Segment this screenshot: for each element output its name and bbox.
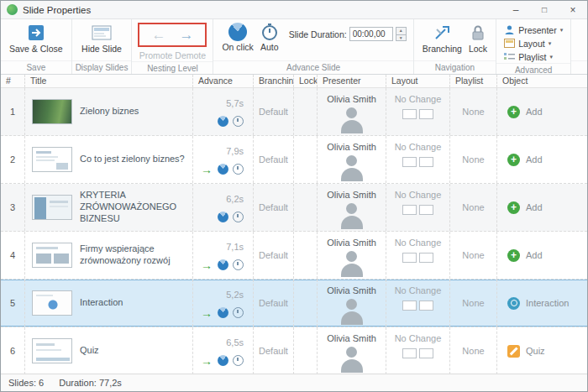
auto-timer-icon — [233, 116, 244, 127]
title-cell[interactable]: Co to jest zielony biznes? — [24, 136, 192, 183]
playlist-cell[interactable]: None — [449, 184, 496, 231]
ribbon-group-display-slides: Hide Slide Display Slides — [72, 19, 133, 74]
table-row[interactable]: 6 Quiz 6,5s → Default Olivia Smith No Ch… — [1, 327, 587, 374]
playlist-cell[interactable]: None — [449, 136, 496, 183]
table-row[interactable]: 1 Zielony biznes 5,7s → Default Olivia S… — [1, 88, 587, 136]
playlist-cell[interactable]: None — [449, 88, 496, 135]
object-cell[interactable]: Quiz — [496, 327, 587, 374]
advance-cell[interactable]: 6,5s → — [192, 327, 253, 374]
lock-cell[interactable] — [293, 232, 317, 279]
minimize-button[interactable]: – — [501, 1, 530, 18]
hide-slide-label: Hide Slide — [81, 44, 122, 55]
playlist-icon — [504, 52, 515, 61]
presenter-cell[interactable]: Olivia Smith — [317, 184, 386, 231]
avatar — [339, 154, 365, 182]
presenter-cell[interactable]: Olivia Smith — [317, 280, 386, 327]
auto-label: Auto — [260, 43, 279, 53]
presenter-cell[interactable]: Olivia Smith — [317, 136, 386, 183]
promote-icon[interactable]: ← — [151, 28, 165, 42]
playlist-cell[interactable]: None — [449, 232, 496, 279]
object-cell[interactable]: Interaction — [496, 280, 587, 327]
on-click-icon — [218, 212, 228, 222]
lock-cell[interactable] — [293, 88, 317, 135]
presenter-cell[interactable]: Olivia Smith — [317, 232, 386, 279]
table-row[interactable]: 2 Co to jest zielony biznes? 7,9s → Defa… — [1, 136, 587, 184]
layout-cell[interactable]: No Change — [386, 280, 449, 327]
advance-cell[interactable]: 5,2s → — [192, 280, 253, 327]
slide-thumbnail — [32, 99, 72, 124]
presenter-cell[interactable]: Olivia Smith — [317, 88, 386, 135]
playlist-cell[interactable]: None — [449, 327, 496, 374]
chevron-down-icon: ▾ — [560, 27, 564, 34]
branching-cell[interactable]: Default — [253, 184, 293, 231]
playlist-dropdown[interactable]: Playlist ▾ — [501, 50, 565, 63]
column-header-object: Object — [496, 75, 587, 87]
lock-button[interactable]: Lock — [465, 22, 491, 55]
object-cell[interactable]: Add — [496, 136, 587, 183]
object-cell[interactable]: Add — [496, 232, 587, 279]
close-button[interactable]: × — [559, 1, 587, 18]
layout-thumbnails-icon — [402, 253, 433, 263]
advance-cell[interactable]: 7,9s → — [192, 136, 253, 183]
layout-cell[interactable]: No Change — [386, 327, 449, 374]
annotation-highlight: ← → — [139, 24, 205, 45]
title-cell[interactable]: Zielony biznes — [24, 88, 192, 135]
slide-duration-input[interactable] — [349, 27, 393, 41]
spinner-down-icon[interactable]: ▼ — [396, 34, 407, 42]
layout-cell[interactable]: No Change — [386, 184, 449, 231]
layout-value: No Change — [395, 142, 442, 152]
branching-cell[interactable]: Default — [253, 136, 293, 183]
table-row[interactable]: 3 KRYTERIA ZRÓWNOWAŻONEGO BIZNESU 6,2s →… — [1, 184, 587, 232]
column-header-lock: Lock — [293, 75, 317, 87]
demote-icon[interactable]: → — [179, 28, 193, 42]
advance-cell[interactable]: 7,1s → — [192, 232, 253, 279]
slide-title: Quiz — [80, 345, 104, 357]
table-row[interactable]: 5 Interaction 5,2s → Default Olivia Smit… — [1, 280, 587, 327]
table-row[interactable]: 4 Firmy wspierające zrównoważony rozwój … — [1, 232, 587, 280]
auto-button[interactable]: Auto — [257, 22, 282, 54]
title-cell[interactable]: Firmy wspierające zrównoważony rozwój — [24, 232, 192, 279]
lock-cell[interactable] — [293, 280, 317, 327]
on-click-button[interactable]: On click — [218, 22, 256, 54]
layout-dropdown[interactable]: Layout ▾ — [501, 37, 565, 50]
presenter-cell[interactable]: Olivia Smith — [317, 327, 386, 374]
group-label-save: Save — [1, 60, 71, 74]
hide-slide-button[interactable]: Hide Slide — [78, 22, 125, 55]
object-label: Interaction — [526, 298, 569, 308]
layout-cell[interactable]: No Change — [386, 232, 449, 279]
lock-cell[interactable] — [293, 136, 317, 183]
branching-cell[interactable]: Default — [253, 232, 293, 279]
save-close-button[interactable]: Save & Close — [6, 22, 66, 55]
lock-cell[interactable] — [293, 327, 317, 374]
advance-time: 6,2s — [226, 194, 244, 204]
branching-cell[interactable]: Default — [253, 280, 293, 327]
save-close-label: Save & Close — [9, 44, 63, 55]
on-click-icon — [218, 307, 228, 318]
object-cell[interactable]: Add — [496, 88, 587, 135]
title-cell[interactable]: KRYTERIA ZRÓWNOWAŻONEGO BIZNESU — [24, 184, 192, 231]
object-cell[interactable]: Add — [496, 184, 587, 231]
object-label: Add — [526, 202, 543, 212]
presenter-dropdown[interactable]: Presenter ▾ — [501, 24, 565, 36]
lock-icon — [470, 23, 486, 43]
advance-cell[interactable]: 5,7s → — [192, 88, 253, 135]
object-icon — [507, 106, 520, 118]
layout-cell[interactable]: No Change — [386, 136, 449, 183]
chevron-down-icon: ▾ — [549, 40, 552, 47]
playlist-cell[interactable]: None — [449, 280, 496, 327]
branching-cell[interactable]: Default — [253, 327, 293, 374]
branching-button[interactable]: Branching — [419, 22, 465, 55]
object-icon — [507, 297, 520, 310]
presenter-icon — [504, 24, 515, 35]
lock-cell[interactable] — [293, 184, 317, 231]
group-label-navigation: Navigation — [414, 60, 496, 74]
layout-cell[interactable]: No Change — [386, 88, 449, 135]
advance-cell[interactable]: 6,2s → — [192, 184, 253, 231]
branching-cell[interactable]: Default — [253, 88, 293, 135]
layout-thumbnails-icon — [402, 157, 433, 167]
maximize-button[interactable]: □ — [530, 1, 559, 18]
title-cell[interactable]: Interaction — [24, 280, 192, 327]
spinner-up-icon[interactable]: ▲ — [396, 27, 407, 34]
title-cell[interactable]: Quiz — [24, 327, 192, 374]
slide-title: Co to jest zielony biznes? — [80, 154, 190, 165]
